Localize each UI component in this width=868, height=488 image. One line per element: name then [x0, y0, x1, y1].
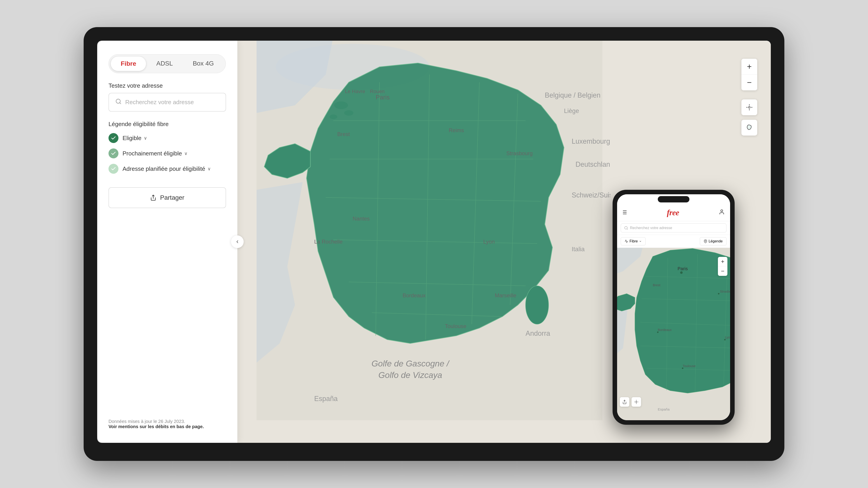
map-extra-controls	[741, 99, 757, 135]
legend-title: Légende éligibilité fibre	[108, 121, 226, 128]
svg-text:Le Havre: Le Havre	[345, 89, 365, 94]
svg-point-59	[657, 331, 659, 333]
legend-label-eligible: Eligible ∨	[123, 135, 147, 142]
svg-text:Lyon: Lyon	[483, 238, 495, 245]
phone-header: ☰ free	[617, 204, 730, 221]
sidebar-panel: Fibre ADSL Box 4G Testez votre adresse R…	[97, 41, 237, 443]
footer-note: Données mises à jour le 26 July 2023. Vo…	[108, 414, 226, 429]
phone-location-btn[interactable]	[631, 397, 641, 407]
legend-item-planned[interactable]: Adresse planifiée pour éligibilité ∨	[108, 164, 226, 174]
svg-point-57	[724, 339, 726, 340]
svg-text:Bordeaux: Bordeaux	[403, 292, 426, 298]
phone-menu-icon[interactable]: ☰	[622, 210, 627, 216]
zoom-out-button[interactable]: −	[741, 74, 757, 90]
phone-zoom-controls: + −	[718, 257, 727, 276]
svg-text:Belgique / Belgien: Belgique / Belgien	[545, 91, 600, 99]
phone-tab-fibre[interactable]: Fibre	[621, 237, 646, 246]
svg-point-27	[330, 115, 337, 119]
share-button[interactable]: Partager	[108, 187, 226, 208]
tab-adsl[interactable]: ADSL	[146, 56, 183, 71]
svg-text:Brest: Brest	[653, 283, 660, 287]
tab-group: Fibre ADSL Box 4G	[108, 54, 226, 73]
phone-location-icon	[704, 239, 707, 243]
laptop-screen: Fibre ADSL Box 4G Testez votre adresse R…	[97, 41, 771, 443]
svg-text:Paris: Paris	[677, 266, 688, 271]
svg-text:Italia: Italia	[572, 246, 585, 253]
svg-text:Rouen: Rouen	[370, 89, 385, 94]
svg-text:Schweiz/Suisse: Schweiz/Suisse	[572, 191, 610, 199]
svg-line-1	[120, 103, 121, 104]
chevron-left-icon	[235, 239, 240, 244]
svg-point-25	[334, 101, 348, 109]
legend-arrow-planned: ∨	[208, 166, 211, 171]
svg-text:Golfo de Vizcaya: Golfo de Vizcaya	[378, 370, 442, 380]
address-section: Testez votre adresse Recherchez votre ad…	[108, 82, 226, 111]
search-icon	[115, 98, 122, 106]
svg-text:Nantes: Nantes	[352, 216, 370, 222]
svg-point-74	[636, 401, 637, 402]
svg-text:Toulouse: Toulouse	[445, 323, 466, 329]
legend-arrow-eligible: ∨	[144, 135, 147, 141]
svg-point-42	[721, 210, 723, 212]
search-box[interactable]: Recherchez votre adresse	[108, 93, 226, 111]
tab-box4g[interactable]: Box 4G	[183, 56, 224, 71]
svg-text:La Rochelle: La Rochelle	[314, 238, 343, 245]
tab-fibre[interactable]: Fibre	[111, 56, 146, 71]
sidebar-collapse-button[interactable]	[231, 235, 244, 248]
legend-item-soon[interactable]: Prochainement éligible ∨	[108, 149, 226, 158]
svg-text:Deutschland: Deutschland	[576, 160, 610, 168]
phone-tabs: Fibre Légende	[617, 235, 730, 248]
legend-section: Légende éligibilité fibre Eligible ∨	[108, 121, 226, 174]
share-icon	[150, 195, 156, 201]
svg-text:Lyon: Lyon	[725, 335, 730, 339]
phone-legend-button[interactable]: Légende	[700, 237, 726, 246]
legend-label-planned: Adresse planifiée pour éligibilité ∨	[123, 165, 211, 172]
laptop-frame: Fibre ADSL Box 4G Testez votre adresse R…	[84, 27, 784, 461]
svg-text:Golfe de Gascogne /: Golfe de Gascogne /	[372, 359, 450, 368]
address-label: Testez votre adresse	[108, 82, 226, 89]
svg-point-40	[526, 286, 549, 324]
phone-map[interactable]: Paris Brest Strasbourg Lyon Toulouse Bor…	[617, 248, 730, 420]
phone-share-button[interactable]	[620, 397, 629, 407]
phone-zoom-in[interactable]: +	[718, 257, 727, 266]
map-area[interactable]: Golfe de Gascogne / Golfo de Vizcaya Bel…	[237, 41, 771, 443]
phone-user-icon[interactable]	[719, 209, 725, 216]
search-placeholder-text: Recherchez votre adresse	[125, 99, 194, 106]
phone-notch	[658, 196, 689, 202]
phone-search-placeholder: Recherchez votre adresse	[630, 226, 672, 230]
location-button[interactable]	[741, 99, 757, 115]
france-map-svg: Golfe de Gascogne / Golfo de Vizcaya Bel…	[249, 41, 610, 420]
legend-icon-eligible	[108, 133, 119, 143]
svg-text:Luxembourg: Luxembourg	[572, 137, 610, 145]
legend-label-soon: Prochainement éligible ∨	[123, 150, 188, 157]
legend-item-eligible[interactable]: Eligible ∨	[108, 133, 226, 143]
share-label: Partager	[160, 194, 184, 201]
svg-text:Reims: Reims	[449, 127, 464, 133]
zoom-in-button[interactable]: +	[741, 59, 757, 74]
phone-zoom-out[interactable]: −	[718, 266, 727, 276]
svg-text:Strasbourg: Strasbourg	[720, 290, 730, 293]
france-view-button[interactable]	[741, 120, 757, 135]
svg-point-45	[705, 240, 706, 241]
map-zoom-controls: + −	[741, 59, 757, 90]
svg-text:Toulouse: Toulouse	[683, 364, 695, 368]
phone-gps-icon	[634, 400, 639, 404]
phone-share-icon	[622, 400, 627, 404]
phone-search-icon	[624, 226, 628, 230]
svg-text:Andorra: Andorra	[526, 329, 550, 337]
svg-point-41	[748, 106, 750, 108]
svg-point-55	[680, 271, 683, 274]
svg-point-56	[718, 293, 719, 295]
phone-map-svg: Paris Brest Strasbourg Lyon Toulouse Bor…	[617, 248, 730, 420]
location-icon	[746, 104, 753, 111]
free-logo: free	[667, 208, 679, 217]
footer-link[interactable]: Voir mentions sur les débits en bas de p…	[108, 424, 226, 429]
phone-search-input[interactable]: Recherchez votre adresse	[621, 223, 726, 232]
phone-search-bar[interactable]: Recherchez votre adresse	[617, 221, 730, 235]
phone-mockup: ☰ free	[613, 190, 735, 425]
svg-point-58	[682, 367, 684, 369]
phone-status-bar	[617, 194, 730, 204]
phone-screen: ☰ free	[617, 194, 730, 420]
svg-text:Brest: Brest	[337, 131, 350, 137]
svg-text:Liège: Liège	[564, 107, 579, 114]
